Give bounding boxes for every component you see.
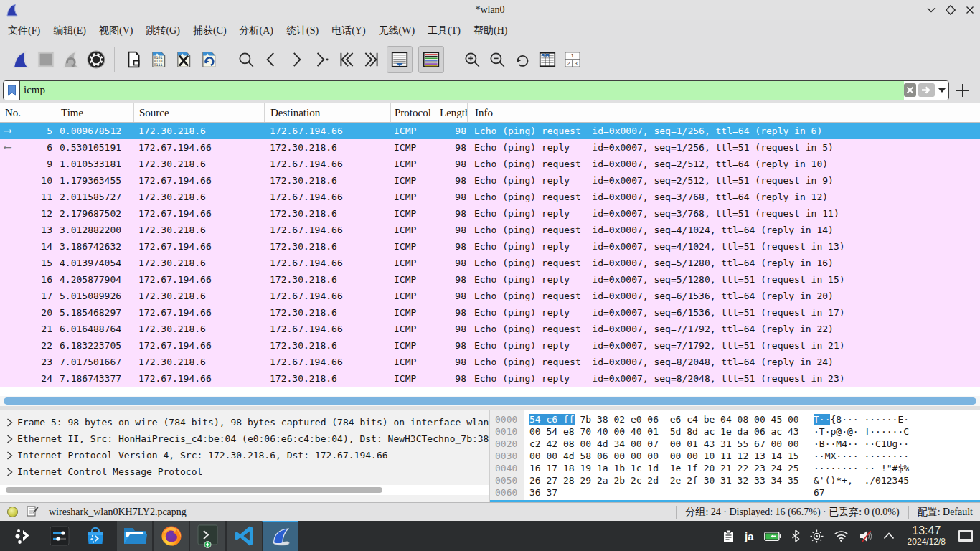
column-header-info[interactable]: Info: [468, 103, 980, 122]
packet-row[interactable]: ⟵6 0.530105191 172.67.194.66 172.30.218.…: [0, 139, 980, 156]
expert-info-icon[interactable]: [7, 507, 18, 517]
packet-row[interactable]: 14 3.186742632 172.67.194.66 172.30.218.…: [0, 238, 980, 255]
close-file-button[interactable]: [171, 46, 196, 73]
ime-indicator[interactable]: ja: [745, 530, 754, 542]
packet-row[interactable]: 12 2.179687502 172.67.194.66 172.30.218.…: [0, 205, 980, 222]
menu-item[interactable]: 编辑(E): [47, 22, 93, 40]
filter-clear-button[interactable]: [904, 83, 916, 97]
hex-row[interactable]: 0000 54 c6 ff 7b 38 02 e0 06 e6 c4 be 04…: [490, 413, 980, 425]
packet-row[interactable]: 24 7.186743377 172.67.194.66 172.30.218.…: [0, 370, 980, 387]
detail-row[interactable]: Ethernet II, Src: HonHaiPrecis_c4:be:04 …: [0, 430, 489, 447]
layout-chooser-button[interactable]: 123: [560, 46, 585, 73]
profile-label[interactable]: 配置: Default: [918, 506, 973, 519]
filter-dropdown-arrow[interactable]: [938, 88, 946, 93]
start-menu-button[interactable]: [6, 521, 42, 551]
details-hscrollbar[interactable]: [0, 485, 489, 495]
clock[interactable]: 13:47 2024/12/8: [908, 525, 946, 546]
packet-row[interactable]: 15 4.013974054 172.30.218.6 172.67.194.6…: [0, 255, 980, 271]
find-packet-button[interactable]: [233, 46, 258, 73]
column-header-destination[interactable]: Destination: [265, 103, 391, 122]
menu-item[interactable]: 跳转(G): [139, 22, 186, 40]
resize-columns-button[interactable]: [534, 46, 560, 73]
packet-row[interactable]: ⟶5 0.009678512 172.30.218.6 172.67.194.6…: [0, 123, 980, 139]
menu-item[interactable]: 统计(S): [280, 22, 325, 40]
taskbar-app-file-manager[interactable]: [116, 521, 152, 551]
previous-packet-button[interactable]: [258, 46, 283, 73]
first-packet-button[interactable]: [334, 46, 359, 73]
packet-row[interactable]: 20 5.185468297 172.67.194.66 172.30.218.…: [0, 304, 980, 321]
packet-row[interactable]: 10 1.179363455 172.67.194.66 172.30.218.…: [0, 172, 980, 189]
filter-text[interactable]: icmp: [20, 81, 904, 100]
menu-item[interactable]: 分析(A): [233, 22, 280, 40]
battery-tray-icon[interactable]: [764, 532, 781, 541]
settings-launcher[interactable]: [42, 521, 77, 551]
column-header-protocol[interactable]: Protocol: [391, 103, 435, 122]
hex-row[interactable]: 0050 26 27 28 29 2a 2b 2c 2d 2e 2f 30 31…: [490, 474, 980, 486]
details-hscrollbar-handle[interactable]: [6, 487, 382, 493]
expand-chevron-icon[interactable]: [6, 468, 17, 476]
hex-row[interactable]: 0010 00 54 e8 70 40 00 40 01 5d 8d ac 1e…: [490, 425, 980, 438]
detail-row[interactable]: Internet Protocol Version 4, Src: 172.30…: [0, 447, 489, 463]
packet-row[interactable]: 21 6.016488764 172.30.218.6 172.67.194.6…: [0, 321, 980, 337]
menu-item[interactable]: 工具(T): [421, 22, 467, 40]
restart-capture-button[interactable]: [58, 46, 83, 73]
taskbar-app-wireshark[interactable]: [262, 521, 298, 551]
next-packet-button[interactable]: [283, 46, 308, 73]
expand-chevron-icon[interactable]: [6, 435, 17, 443]
column-header-time[interactable]: Time: [55, 103, 134, 122]
zoom-out-button[interactable]: [484, 46, 509, 73]
close-button[interactable]: [964, 4, 976, 16]
go-to-packet-button[interactable]: [308, 46, 334, 73]
filter-bookmark-button[interactable]: [4, 81, 20, 100]
tray-expand-icon[interactable]: [883, 532, 895, 540]
stop-capture-button[interactable]: [33, 46, 58, 73]
menu-item[interactable]: 文件(F): [1, 22, 47, 40]
column-header-no[interactable]: No.: [0, 103, 55, 122]
menu-item[interactable]: 视图(V): [93, 22, 139, 40]
packet-row[interactable]: 9 1.010533181 172.30.218.6 172.67.194.66…: [0, 156, 980, 172]
auto-scroll-toggle[interactable]: [387, 46, 413, 73]
reload-file-button[interactable]: [196, 46, 221, 73]
menu-item[interactable]: 帮助(H): [467, 22, 514, 40]
start-capture-button[interactable]: [8, 46, 33, 73]
volume-muted-tray-icon[interactable]: [859, 530, 873, 542]
menu-item[interactable]: 捕获(C): [187, 22, 233, 40]
maximize-button[interactable]: [945, 4, 956, 16]
packet-row[interactable]: 22 6.183223705 172.67.194.66 172.30.218.…: [0, 337, 980, 354]
expand-chevron-icon[interactable]: [6, 418, 17, 427]
open-file-button[interactable]: [121, 46, 146, 73]
clipboard-tray-icon[interactable]: [722, 529, 735, 543]
zoom-reset-button[interactable]: [509, 46, 534, 73]
hex-row[interactable]: 0020 c2 42 08 00 4d 34 00 07 00 01 43 31…: [490, 438, 980, 450]
minimize-button[interactable]: [925, 4, 937, 16]
capture-options-button[interactable]: [83, 46, 108, 73]
brightness-tray-icon[interactable]: [810, 529, 824, 543]
packet-row[interactable]: 13 3.012882200 172.30.218.6 172.67.194.6…: [0, 222, 980, 238]
expand-chevron-icon[interactable]: [6, 451, 17, 460]
menu-item[interactable]: 无线(W): [372, 22, 422, 40]
column-header-source[interactable]: Source: [134, 103, 265, 122]
packet-row[interactable]: 23 7.017501667 172.30.218.6 172.67.194.6…: [0, 354, 980, 370]
capture-comment-button[interactable]: [27, 505, 39, 519]
packet-row[interactable]: 11 2.011585727 172.30.218.6 172.67.194.6…: [0, 189, 980, 205]
column-header-length[interactable]: Length: [435, 103, 468, 122]
packet-list-hscrollbar[interactable]: [0, 396, 980, 406]
wifi-tray-icon[interactable]: [834, 530, 849, 542]
save-file-button[interactable]: 010101100111: [146, 46, 171, 73]
detail-row[interactable]: Frame 5: 98 bytes on wire (784 bits), 98…: [0, 414, 489, 430]
colorize-toggle[interactable]: [418, 46, 444, 73]
taskbar-app-firefox[interactable]: [152, 521, 189, 551]
display-filter-input[interactable]: icmp: [3, 80, 949, 100]
packet-row[interactable]: 17 5.015089926 172.30.218.6 172.67.194.6…: [0, 288, 980, 304]
taskbar-app-vscode[interactable]: [225, 521, 262, 551]
packet-row[interactable]: 16 4.205877904 172.67.194.66 172.30.218.…: [0, 271, 980, 288]
taskbar-app-terminal[interactable]: [189, 521, 225, 551]
bluetooth-tray-icon[interactable]: [791, 529, 800, 542]
hex-row[interactable]: 0030 00 00 4d 58 06 00 00 00 00 00 10 11…: [490, 450, 980, 462]
filter-apply-button[interactable]: [918, 83, 935, 97]
add-filter-button[interactable]: [956, 83, 970, 98]
app-store-launcher[interactable]: [77, 521, 113, 551]
hex-row[interactable]: 0060 36 37 67: [490, 486, 980, 499]
packet-list-hscrollbar-handle[interactable]: [4, 397, 976, 405]
show-desktop-button[interactable]: [958, 530, 973, 542]
